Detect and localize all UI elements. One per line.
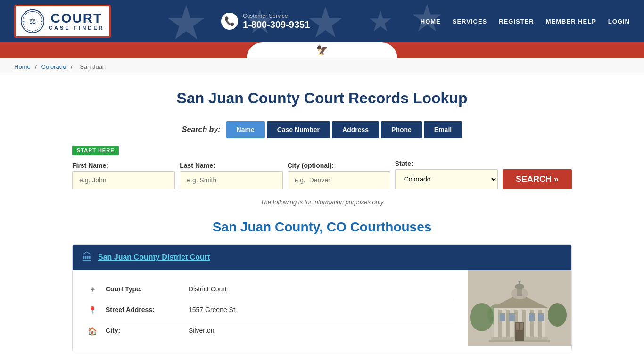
logo-case-finder-text: CASE FINDER xyxy=(49,25,105,31)
detail-row-street: 📍 Street Address: 1557 Greene St. xyxy=(87,300,454,321)
breadcrumb-home[interactable]: Home xyxy=(14,63,31,70)
tab-address[interactable]: Address xyxy=(332,121,379,138)
search-by-row: Search by: Name Case Number Address Phon… xyxy=(72,121,572,138)
state-group: State: Alabama Alaska Arizona Arkansas C… xyxy=(395,160,498,189)
first-name-input[interactable] xyxy=(72,171,175,189)
court-type-value: District Court xyxy=(189,285,227,293)
state-select[interactable]: Alabama Alaska Arizona Arkansas Californ… xyxy=(395,169,498,189)
info-note: The following is for information purpose… xyxy=(72,198,572,206)
courthouse-header: 🏛 San Juan County District Court xyxy=(73,245,571,270)
street-address-label: Street Address: xyxy=(106,306,181,313)
svg-text:★: ★ xyxy=(23,20,25,23)
search-button[interactable]: SEARCH » xyxy=(503,169,572,189)
breadcrumb-colorado[interactable]: Colorado xyxy=(41,63,66,70)
last-name-group: Last Name: xyxy=(180,162,282,189)
breadcrumb-san-juan: San Juan xyxy=(80,63,106,70)
courthouse-body: ✦ Court Type: District Court 📍 Street Ad… xyxy=(73,270,571,351)
svg-rect-30 xyxy=(509,313,515,321)
start-here-badge: START HERE xyxy=(72,146,572,160)
address-icon: 📍 xyxy=(87,306,98,315)
main-content: San Juan County Court Records Lookup Sea… xyxy=(63,75,581,362)
first-name-group: First Name: xyxy=(72,162,175,189)
first-name-label: First Name: xyxy=(72,162,175,169)
svg-rect-27 xyxy=(516,323,519,330)
cs-label: Customer Service xyxy=(243,13,310,19)
svg-rect-32 xyxy=(538,313,544,321)
breadcrumb: Home / Colorado / San Juan xyxy=(0,58,644,75)
tab-case-number[interactable]: Case Number xyxy=(267,121,330,138)
logo-text: COURT CASE FINDER xyxy=(49,12,105,31)
nav-member-help[interactable]: MEMBER HELP xyxy=(546,18,596,25)
city-input[interactable] xyxy=(288,171,390,189)
tab-name[interactable]: Name xyxy=(226,121,265,138)
last-name-label: Last Name: xyxy=(180,162,282,169)
city-value: Silverton xyxy=(189,327,214,334)
courthouse-image xyxy=(468,270,571,351)
svg-rect-31 xyxy=(529,313,535,321)
svg-text:★: ★ xyxy=(41,20,43,23)
courthouse-building-svg xyxy=(468,270,571,346)
tab-email[interactable]: Email xyxy=(424,121,462,138)
phone-icon: 📞 xyxy=(221,13,238,30)
courthouse-name-link[interactable]: San Juan County District Court xyxy=(98,253,210,262)
city-label-detail: City: xyxy=(106,327,181,334)
svg-rect-29 xyxy=(500,313,505,321)
search-by-label: Search by: xyxy=(182,125,221,134)
nav-register[interactable]: REGISTER xyxy=(499,18,534,25)
nav-home[interactable]: HOME xyxy=(421,18,441,25)
svg-rect-28 xyxy=(520,323,523,330)
detail-row-court-type: ✦ Court Type: District Court xyxy=(87,280,454,300)
state-label: State: xyxy=(395,160,498,167)
city-group: City (optional): xyxy=(288,162,390,189)
eagle-row: ★ ★ 🦅 ★ ★ xyxy=(0,42,644,56)
last-name-input[interactable] xyxy=(180,171,282,189)
main-nav: HOME SERVICES REGISTER MEMBER HELP LOGIN xyxy=(421,18,630,25)
nav-services[interactable]: SERVICES xyxy=(453,18,487,25)
svg-point-9 xyxy=(548,303,567,327)
court-type-icon: ✦ xyxy=(87,285,98,294)
court-type-label: Court Type: xyxy=(106,285,181,293)
svg-text:⚖: ⚖ xyxy=(29,17,36,25)
page-title: San Juan County Court Records Lookup xyxy=(72,90,572,107)
site-header: ★ ★ ★ ★ ★ ★ ★ ★ ★ xyxy=(0,0,644,58)
street-address-value: 1557 Greene St. xyxy=(189,306,237,313)
tab-phone[interactable]: Phone xyxy=(381,121,422,138)
logo-box: ★ ★ ★ ★ ⚖ COURT CASE FINDER xyxy=(14,5,111,38)
courthouse-details: ✦ Court Type: District Court 📍 Street Ad… xyxy=(73,270,468,351)
logo-area: ★ ★ ★ ★ ⚖ COURT CASE FINDER xyxy=(14,5,111,38)
breadcrumb-sep-2: / xyxy=(71,63,74,70)
courthouses-title: San Juan County, CO Courthouses xyxy=(72,220,572,235)
detail-row-city: 🏠 City: Silverton xyxy=(87,321,454,341)
nav-login[interactable]: LOGIN xyxy=(608,18,630,25)
courthouse-card: 🏛 San Juan County District Court ✦ Court… xyxy=(72,244,572,351)
cs-text: Customer Service 1-800-309-9351 xyxy=(243,13,310,30)
customer-service: 📞 Customer Service 1-800-309-9351 xyxy=(221,13,310,30)
breadcrumb-sep-1: / xyxy=(35,63,38,70)
logo-emblem: ★ ★ ★ ★ ⚖ xyxy=(20,9,45,33)
logo-court-text: COURT xyxy=(51,12,103,25)
city-icon: 🏠 xyxy=(87,327,98,336)
cs-phone: 1-800-309-9351 xyxy=(243,19,310,30)
search-form: First Name: Last Name: City (optional): … xyxy=(72,160,572,189)
courthouse-icon: 🏛 xyxy=(82,251,92,263)
svg-point-21 xyxy=(515,284,524,289)
city-label: City (optional): xyxy=(288,162,390,169)
